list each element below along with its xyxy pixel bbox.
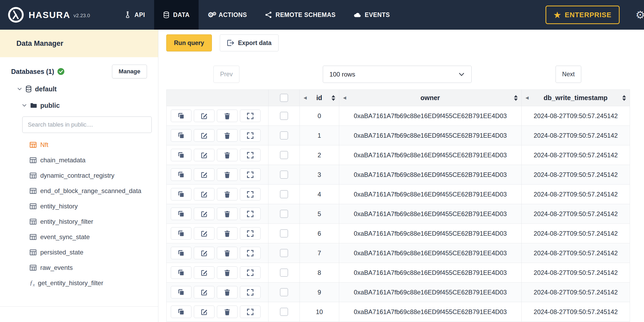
sidebar-item-function[interactable]: ƒx get_entity_history_filter	[0, 275, 158, 291]
row-checkbox[interactable]	[280, 249, 288, 257]
next-page-button[interactable]: Next	[556, 66, 581, 83]
delete-row-button[interactable]	[217, 247, 238, 259]
nav-item-data[interactable]: DATA	[154, 0, 199, 30]
table-row: 5 0xaBA7161A7fb69c88e16ED9f455CE62B791EE…	[167, 204, 630, 224]
hasura-logo[interactable]: HASURA v2.23.0	[7, 6, 90, 23]
expand-row-button[interactable]	[240, 129, 261, 142]
sidebar-divider	[0, 306, 158, 307]
edit-row-button[interactable]	[194, 306, 214, 318]
expand-row-button[interactable]	[240, 266, 261, 279]
sidebar-item-table[interactable]: chain_metadata	[0, 153, 158, 168]
row-checkbox[interactable]	[280, 308, 288, 316]
clone-row-button[interactable]	[171, 129, 191, 142]
clone-row-button[interactable]	[171, 110, 191, 122]
edit-row-button[interactable]	[194, 266, 214, 279]
edit-row-button[interactable]	[194, 247, 214, 259]
column-header-id[interactable]: ◀ id	[300, 90, 339, 106]
run-query-button[interactable]: Run query	[166, 34, 212, 51]
sidebar-item-table[interactable]: dynamic_contract_registry	[0, 168, 158, 183]
clone-row-button[interactable]	[171, 266, 191, 279]
row-checkbox[interactable]	[280, 112, 288, 120]
delete-row-button[interactable]	[217, 168, 238, 181]
row-actions-cell	[167, 243, 269, 263]
table-name: Nft	[40, 141, 48, 149]
edit-row-button[interactable]	[194, 208, 214, 220]
clone-row-button[interactable]	[171, 208, 191, 220]
database-icon	[25, 86, 32, 92]
nav-item-api[interactable]: API	[115, 0, 154, 30]
sidebar-item-table[interactable]: end_of_block_range_scanned_data	[0, 183, 158, 199]
delete-row-button[interactable]	[217, 286, 238, 298]
collapse-column-icon[interactable]: ◀	[343, 96, 346, 100]
nav-item-remote-schemas[interactable]: REMOTE SCHEMAS	[256, 0, 345, 30]
select-all-checkbox[interactable]	[280, 94, 288, 102]
sidebar-item-table[interactable]: Nft	[0, 137, 158, 153]
edit-row-button[interactable]	[194, 129, 214, 142]
tree-item-public-schema[interactable]: public	[0, 100, 158, 111]
clone-row-button[interactable]	[171, 188, 191, 200]
expand-row-button[interactable]	[240, 247, 261, 259]
tree-item-default-database[interactable]: default	[0, 84, 158, 94]
export-data-button[interactable]: Export data	[220, 34, 279, 51]
sort-icon[interactable]	[514, 95, 518, 101]
delete-row-button[interactable]	[217, 188, 238, 200]
expand-row-button[interactable]	[240, 306, 261, 318]
column-header-owner[interactable]: ◀ owner	[339, 90, 522, 106]
edit-row-button[interactable]	[194, 286, 214, 298]
row-checkbox[interactable]	[280, 210, 288, 218]
column-label-id: id	[316, 94, 322, 102]
search-tables-input[interactable]	[22, 117, 152, 133]
cell-owner: 0xaBA7161A7fb69c88e16ED9f455CE62B791EE4D…	[339, 165, 522, 185]
row-checkbox[interactable]	[280, 229, 288, 238]
expand-row-button[interactable]	[240, 188, 261, 200]
row-checkbox[interactable]	[280, 288, 288, 296]
expand-row-button[interactable]	[240, 168, 261, 181]
manage-button[interactable]: Manage	[112, 65, 147, 78]
sidebar-item-table[interactable]: persisted_state	[0, 245, 158, 260]
nav-item-actions[interactable]: ⚙⚙ ACTIONS	[199, 0, 256, 30]
delete-row-button[interactable]	[217, 266, 238, 279]
row-checkbox[interactable]	[280, 131, 288, 140]
rows-per-page-select[interactable]: 100 rows	[323, 66, 472, 83]
enterprise-button[interactable]: ★ ENTERPRISE	[545, 6, 620, 24]
sidebar-item-table[interactable]: entity_history_filter	[0, 214, 158, 229]
delete-row-button[interactable]	[217, 306, 238, 318]
clone-row-button[interactable]	[171, 247, 191, 259]
nav-item-events[interactable]: EVENTS	[345, 0, 399, 30]
expand-row-button[interactable]	[240, 227, 261, 240]
settings-gear-icon[interactable]: ⚙	[636, 9, 644, 21]
expand-row-button[interactable]	[240, 110, 261, 122]
collapse-column-icon[interactable]: ◀	[304, 96, 307, 100]
clone-row-button[interactable]	[171, 286, 191, 298]
delete-row-button[interactable]	[217, 129, 238, 142]
expand-row-button[interactable]	[240, 149, 261, 161]
sidebar-item-table[interactable]: raw_events	[0, 260, 158, 275]
delete-row-button[interactable]	[217, 110, 238, 122]
expand-row-button[interactable]	[240, 208, 261, 220]
delete-row-button[interactable]	[217, 149, 238, 161]
column-header-db-write-timestamp[interactable]: ◀ db_write_timestamp	[522, 90, 630, 106]
delete-row-button[interactable]	[217, 227, 238, 240]
sidebar-item-table[interactable]: event_sync_state	[0, 229, 158, 245]
edit-row-button[interactable]	[194, 149, 214, 161]
edit-row-button[interactable]	[194, 168, 214, 181]
collapse-column-icon[interactable]: ◀	[526, 96, 529, 100]
clone-row-button[interactable]	[171, 149, 191, 161]
row-checkbox[interactable]	[280, 269, 288, 277]
prev-page-button[interactable]: Prev	[213, 66, 239, 83]
row-checkbox[interactable]	[280, 171, 288, 179]
clone-row-button[interactable]	[171, 227, 191, 240]
row-checkbox[interactable]	[280, 190, 288, 198]
expand-row-button[interactable]	[240, 286, 261, 298]
edit-row-button[interactable]	[194, 110, 214, 122]
sidebar-item-table[interactable]: entity_history	[0, 199, 158, 214]
delete-row-button[interactable]	[217, 208, 238, 220]
sort-icon[interactable]	[622, 95, 626, 101]
edit-row-button[interactable]	[194, 188, 214, 200]
sort-icon[interactable]	[332, 95, 335, 101]
edit-row-button[interactable]	[194, 227, 214, 240]
table-name: raw_events	[40, 264, 73, 271]
row-checkbox[interactable]	[280, 151, 288, 159]
clone-row-button[interactable]	[171, 306, 191, 318]
clone-row-button[interactable]	[171, 168, 191, 181]
